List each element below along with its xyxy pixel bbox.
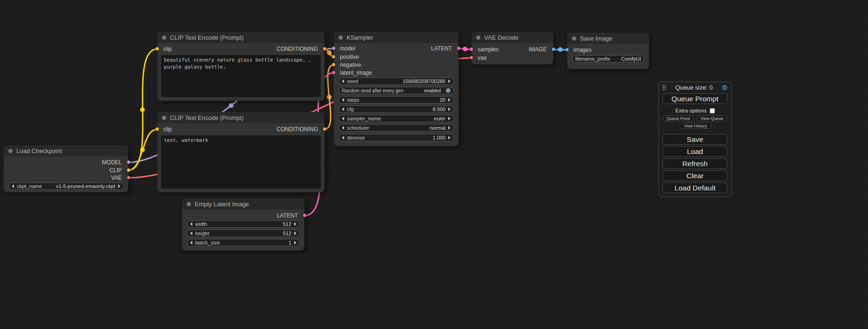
- prompt-text-area[interactable]: text, watermark: [161, 135, 321, 189]
- decrement-arrow-icon[interactable]: [190, 231, 192, 235]
- drag-handle-icon[interactable]: [662, 84, 666, 91]
- collapse-dot-icon[interactable]: [162, 35, 166, 40]
- input-slot-samples[interactable]: [469, 47, 473, 51]
- collapse-dot-icon[interactable]: [476, 35, 480, 40]
- node-title-bar[interactable]: Empty Latent Image: [182, 198, 304, 210]
- node-title-bar[interactable]: VAE Decode: [472, 32, 553, 43]
- widget-value: v1-5-pruned-emaonly.ckpt: [56, 183, 115, 189]
- collapse-dot-icon[interactable]: [187, 202, 191, 206]
- input-slot-vae[interactable]: [469, 56, 473, 60]
- increment-arrow-icon[interactable]: [448, 117, 451, 120]
- prompt-text-area[interactable]: beautiful scenery nature glass bottle la…: [161, 55, 321, 97]
- steps-widget[interactable]: steps 20: [339, 96, 454, 104]
- refresh-button[interactable]: Refresh: [663, 158, 727, 169]
- output-slot-image[interactable]: [551, 47, 556, 51]
- output-slot-conditioning[interactable]: [323, 127, 327, 131]
- increment-arrow-icon[interactable]: [448, 126, 451, 130]
- output-slot-latent[interactable]: [303, 213, 307, 217]
- extra-options-row[interactable]: Extra options: [659, 107, 731, 114]
- random-seed-toggle-widget[interactable]: Random seed after every gen enabled: [339, 87, 454, 94]
- view-queue-button[interactable]: View Queue: [696, 115, 727, 121]
- increment-arrow-icon[interactable]: [448, 79, 451, 83]
- input-slot-model[interactable]: [332, 46, 336, 50]
- node-title-bar[interactable]: KSampler: [334, 32, 459, 43]
- scheduler-widget[interactable]: scheduler normal: [339, 124, 454, 132]
- decrement-arrow-icon[interactable]: [190, 222, 192, 226]
- node-title-bar[interactable]: CLIP Text Encode (Prompt): [157, 112, 325, 123]
- increment-arrow-icon[interactable]: [448, 107, 451, 111]
- view-history-button[interactable]: View History: [679, 123, 712, 129]
- seed-widget[interactable]: seed 156680208700286: [339, 77, 454, 85]
- widget-value: 1: [289, 240, 291, 245]
- node-vae-decode[interactable]: VAE Decode samples vae IMAGE: [472, 32, 553, 64]
- input-slot-negative[interactable]: [332, 63, 336, 67]
- queue-prompt-button[interactable]: Queue Prompt: [663, 93, 727, 104]
- increment-arrow-icon[interactable]: [294, 231, 296, 235]
- output-slot-clip[interactable]: [127, 168, 131, 172]
- settings-gear-icon[interactable]: ⚙: [722, 84, 728, 91]
- denoise-widget[interactable]: denoise 1.000: [339, 134, 454, 141]
- decrement-arrow-icon[interactable]: [12, 184, 14, 188]
- output-label-conditioning: CONDITIONING: [276, 46, 318, 52]
- increment-arrow-icon[interactable]: [118, 184, 120, 188]
- node-title-bar[interactable]: Load Checkpoint: [4, 145, 128, 156]
- decrement-arrow-icon[interactable]: [342, 107, 344, 111]
- batch-size-widget[interactable]: batch_size 1: [187, 239, 300, 246]
- output-label-latent: LATENT: [431, 45, 452, 52]
- widget-value: normal: [430, 125, 445, 131]
- decrement-arrow-icon[interactable]: [342, 98, 344, 102]
- ckpt-name-widget[interactable]: ckpt_name v1-5-pruned-emaonly.ckpt: [8, 182, 124, 190]
- queue-panel-header[interactable]: Queue size: 0 ⚙: [659, 82, 731, 91]
- load-button[interactable]: Load: [663, 146, 727, 157]
- toggle-knob-icon[interactable]: [446, 88, 451, 93]
- input-slot-latent-image[interactable]: [332, 70, 336, 75]
- input-label-positive: positive: [340, 54, 359, 60]
- decrement-arrow-icon[interactable]: [342, 136, 344, 140]
- input-slot-positive[interactable]: [332, 55, 336, 59]
- node-ksampler[interactable]: KSampler model positive negative latent_…: [334, 32, 459, 146]
- collapse-dot-icon[interactable]: [8, 149, 13, 153]
- output-label-clip: CLIP: [109, 167, 122, 174]
- node-clip-text-encode-positive[interactable]: CLIP Text Encode (Prompt) clip CONDITION…: [157, 32, 325, 101]
- node-load-checkpoint[interactable]: Load Checkpoint MODEL CLIP VAE ckpt_name…: [4, 145, 128, 192]
- node-empty-latent-image[interactable]: Empty Latent Image LATENT width 512 heig…: [182, 198, 304, 251]
- cfg-widget[interactable]: cfg 8.000: [339, 105, 454, 113]
- input-label-vae: vae: [478, 55, 487, 61]
- increment-arrow-icon[interactable]: [448, 136, 451, 140]
- node-clip-text-encode-negative[interactable]: CLIP Text Encode (Prompt) clip CONDITION…: [157, 112, 325, 192]
- increment-arrow-icon[interactable]: [448, 98, 451, 102]
- decrement-arrow-icon[interactable]: [190, 241, 192, 245]
- node-graph-canvas[interactable]: Load Checkpoint MODEL CLIP VAE ckpt_name…: [0, 0, 868, 329]
- decrement-arrow-icon[interactable]: [342, 117, 344, 120]
- widget-value: euler: [434, 116, 445, 121]
- save-button[interactable]: Save: [663, 134, 727, 145]
- decrement-arrow-icon[interactable]: [342, 79, 344, 83]
- clear-button[interactable]: Clear: [663, 170, 727, 181]
- load-default-button[interactable]: Load Default: [663, 182, 727, 193]
- extra-options-checkbox[interactable]: [710, 108, 715, 113]
- collapse-dot-icon[interactable]: [572, 36, 576, 41]
- node-save-image[interactable]: Save Image images filename_prefix ComfyU…: [567, 33, 649, 69]
- filename-prefix-widget[interactable]: filename_prefix ComfyUI: [572, 55, 644, 63]
- height-widget[interactable]: height 512: [187, 230, 300, 237]
- increment-arrow-icon[interactable]: [294, 222, 296, 226]
- sampler-name-widget[interactable]: sampler_name euler: [339, 115, 454, 122]
- increment-arrow-icon[interactable]: [294, 241, 296, 245]
- output-slot-model[interactable]: [127, 160, 131, 164]
- node-title-bar[interactable]: CLIP Text Encode (Prompt): [157, 32, 325, 43]
- decrement-arrow-icon[interactable]: [342, 126, 344, 130]
- widget-label: width: [195, 221, 207, 227]
- output-slot-latent[interactable]: [457, 46, 461, 50]
- input-slot-clip[interactable]: [155, 127, 159, 131]
- input-slot-clip[interactable]: [155, 47, 159, 51]
- collapse-dot-icon[interactable]: [339, 35, 343, 40]
- width-widget[interactable]: width 512: [187, 220, 300, 228]
- collapse-dot-icon[interactable]: [162, 116, 166, 120]
- queue-front-button[interactable]: Queue Front: [663, 115, 694, 121]
- widget-label: sampler_name: [347, 116, 381, 121]
- output-slot-vae[interactable]: [127, 175, 131, 180]
- node-title-bar[interactable]: Save Image: [567, 33, 649, 44]
- output-slot-conditioning[interactable]: [323, 47, 327, 51]
- queue-panel[interactable]: Queue size: 0 ⚙ Queue Prompt Extra optio…: [658, 82, 732, 197]
- input-slot-images[interactable]: [565, 48, 569, 52]
